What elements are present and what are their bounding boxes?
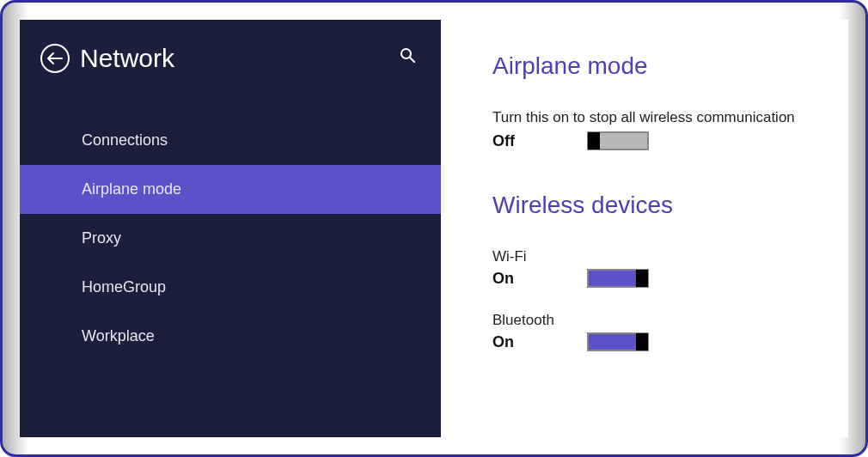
toggle-knob bbox=[636, 270, 648, 287]
bluetooth-label: Bluetooth bbox=[492, 312, 848, 329]
sidebar-item-proxy[interactable]: Proxy bbox=[20, 214, 441, 263]
sidebar-header: Network bbox=[20, 44, 441, 94]
wireless-section: Wireless devices Wi-Fi On Bluetooth On bbox=[492, 192, 848, 351]
bluetooth-toggle[interactable] bbox=[587, 332, 649, 351]
sidebar-title: Network bbox=[80, 44, 174, 73]
svg-line-1 bbox=[410, 58, 414, 62]
back-button[interactable] bbox=[40, 44, 70, 73]
sidebar-item-homegroup[interactable]: HomeGroup bbox=[20, 263, 441, 312]
window-frame: Network Connections Airplane mode Proxy … bbox=[0, 0, 868, 457]
sidebar-item-workplace[interactable]: Workplace bbox=[20, 312, 441, 361]
airplane-mode-heading: Airplane mode bbox=[492, 52, 848, 80]
airplane-toggle-row: Off bbox=[492, 131, 848, 150]
toggle-knob bbox=[636, 333, 648, 350]
wireless-devices-heading: Wireless devices bbox=[492, 192, 848, 219]
app-container: Network Connections Airplane mode Proxy … bbox=[20, 20, 848, 437]
sidebar-item-connections[interactable]: Connections bbox=[20, 116, 441, 165]
airplane-toggle-state: Off bbox=[492, 132, 587, 150]
wifi-toggle[interactable] bbox=[587, 269, 649, 288]
sidebar: Network Connections Airplane mode Proxy … bbox=[20, 20, 441, 437]
search-icon[interactable] bbox=[400, 47, 415, 63]
wifi-row: On bbox=[492, 269, 848, 288]
toggle-knob bbox=[588, 132, 600, 149]
bluetooth-toggle-state: On bbox=[492, 333, 587, 351]
airplane-mode-toggle[interactable] bbox=[587, 131, 649, 150]
back-arrow-icon bbox=[47, 52, 63, 64]
wifi-label: Wi-Fi bbox=[492, 248, 848, 265]
wifi-toggle-state: On bbox=[492, 270, 587, 288]
bluetooth-row: On bbox=[492, 332, 848, 351]
content-panel: Airplane mode Turn this on to stop all w… bbox=[441, 20, 848, 437]
airplane-mode-description: Turn this on to stop all wireless commun… bbox=[492, 109, 848, 126]
nav-list: Connections Airplane mode Proxy HomeGrou… bbox=[20, 116, 441, 361]
sidebar-item-airplane-mode[interactable]: Airplane mode bbox=[20, 165, 441, 214]
